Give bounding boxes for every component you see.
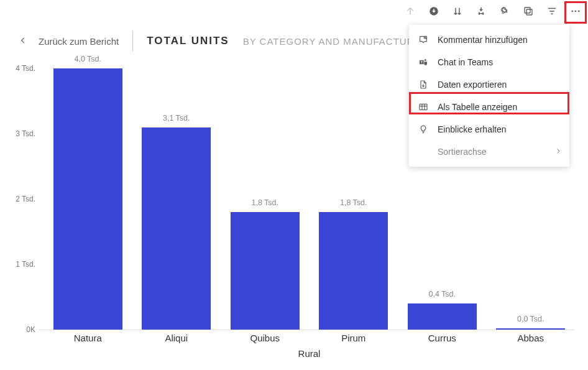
menu-item-label: Sortierachse bbox=[438, 147, 487, 157]
x-tick: Natura bbox=[44, 333, 132, 343]
menu-export-data[interactable]: Daten exportieren bbox=[409, 73, 569, 96]
menu-item-label: Kommentar hinzufügen bbox=[438, 35, 528, 45]
visual-title: TOTAL UNITS bbox=[147, 35, 229, 47]
back-chevron-icon[interactable] bbox=[19, 35, 27, 48]
filter-icon[interactable] bbox=[546, 5, 558, 17]
export-icon bbox=[418, 79, 429, 90]
svg-point-4 bbox=[575, 11, 577, 12]
menu-get-insights[interactable]: Einblicke erhalten bbox=[409, 118, 569, 141]
bar[interactable] bbox=[319, 212, 388, 330]
x-axis-label: Rural bbox=[44, 348, 575, 359]
drill-down-icon[interactable] bbox=[428, 5, 440, 17]
y-axis: 0K1 Tsd.2 Tsd.3 Tsd.4 Tsd. bbox=[9, 68, 39, 330]
x-tick: Abbas bbox=[487, 333, 576, 343]
menu-item-label: Daten exportieren bbox=[438, 80, 507, 90]
bar[interactable] bbox=[408, 303, 477, 330]
bar-value-label: 1,8 Tsd. bbox=[340, 198, 367, 207]
menu-chat-teams[interactable]: T Chat in Teams bbox=[409, 51, 569, 73]
svg-point-5 bbox=[578, 11, 580, 12]
x-tick: Currus bbox=[398, 333, 487, 343]
svg-rect-1 bbox=[525, 7, 530, 13]
menu-item-label: Als Tabelle anzeigen bbox=[438, 102, 517, 112]
x-axis: NaturaAliquiQuibusPirumCurrusAbbas bbox=[44, 333, 575, 343]
bar-value-label: 1,8 Tsd. bbox=[251, 198, 278, 207]
bar-column: 1,8 Tsd. bbox=[221, 68, 310, 330]
more-options-menu: Kommentar hinzufügen T Chat in Teams Dat… bbox=[409, 25, 569, 167]
x-tick: Aliqui bbox=[132, 333, 221, 343]
pin-icon[interactable] bbox=[498, 5, 511, 17]
expand-down-icon[interactable] bbox=[451, 5, 464, 17]
visual-toolbar bbox=[404, 5, 582, 17]
menu-show-as-table[interactable]: Als Tabelle anzeigen bbox=[409, 96, 569, 118]
header-separator bbox=[132, 30, 133, 52]
teams-icon: T bbox=[418, 57, 429, 68]
insights-icon bbox=[418, 124, 429, 135]
bar-column: 4,0 Tsd. bbox=[44, 68, 132, 330]
svg-point-3 bbox=[571, 11, 573, 12]
bar-column: 1,8 Tsd. bbox=[310, 68, 398, 330]
bar-value-label: 0,0 Tsd. bbox=[517, 315, 544, 323]
bar[interactable] bbox=[142, 127, 211, 330]
visual-subtitle: BY CATEGORY AND MANUFACTURER bbox=[243, 36, 429, 47]
bar-column: 3,1 Tsd. bbox=[132, 68, 221, 330]
drill-up-icon[interactable] bbox=[404, 5, 416, 17]
y-tick: 2 Tsd. bbox=[16, 195, 35, 203]
bar[interactable] bbox=[496, 328, 565, 330]
bar-value-label: 0,4 Tsd. bbox=[428, 290, 456, 298]
x-tick: Quibus bbox=[221, 333, 310, 343]
menu-sort-axis[interactable]: Sortierachse bbox=[409, 141, 569, 163]
expand-all-icon[interactable] bbox=[475, 5, 487, 17]
chart-baseline bbox=[39, 330, 575, 330]
comment-icon bbox=[418, 34, 429, 45]
more-options-icon[interactable] bbox=[569, 5, 582, 17]
svg-point-9 bbox=[425, 59, 426, 61]
bar[interactable] bbox=[231, 212, 300, 330]
back-to-report-link[interactable]: Zurück zum Bericht bbox=[39, 36, 119, 47]
menu-item-label: Chat in Teams bbox=[438, 57, 493, 67]
svg-rect-2 bbox=[526, 9, 532, 15]
menu-item-label: Einblicke erhalten bbox=[438, 124, 507, 134]
bar[interactable] bbox=[53, 68, 122, 330]
svg-rect-10 bbox=[420, 104, 427, 109]
blank-icon bbox=[418, 146, 429, 157]
table-icon bbox=[418, 101, 429, 113]
y-tick: 4 Tsd. bbox=[16, 64, 35, 73]
focus-mode-icon[interactable] bbox=[522, 5, 535, 17]
y-tick: 1 Tsd. bbox=[16, 260, 35, 269]
chevron-right-icon bbox=[554, 147, 562, 157]
x-tick: Pirum bbox=[310, 333, 398, 343]
menu-add-comment[interactable]: Kommentar hinzufügen bbox=[409, 29, 569, 51]
y-tick: 3 Tsd. bbox=[16, 129, 35, 138]
y-tick: 0K bbox=[26, 325, 35, 334]
bar-value-label: 3,1 Tsd. bbox=[163, 114, 190, 123]
bar-value-label: 4,0 Tsd. bbox=[74, 55, 101, 63]
